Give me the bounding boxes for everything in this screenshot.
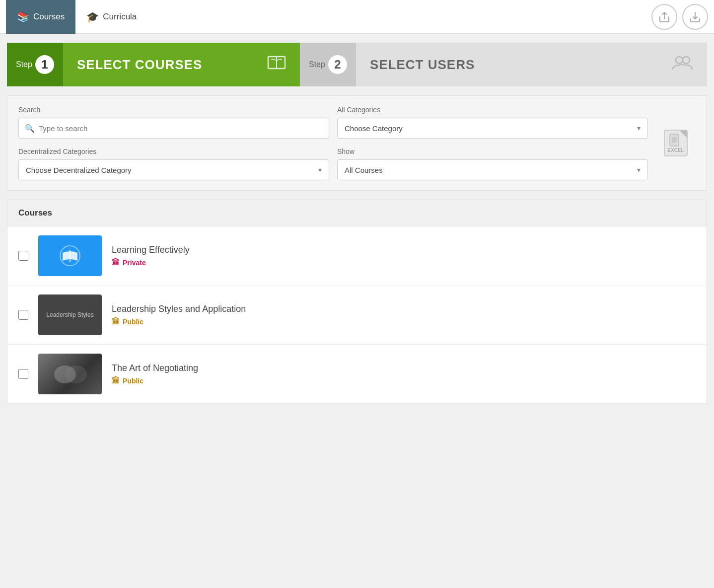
step-2-circle: 2	[328, 55, 347, 74]
step-1-number-box: Step 1	[7, 43, 63, 86]
course-thumb-3	[38, 354, 102, 394]
step-2-title: SELECT USERS	[370, 57, 475, 73]
excel-icon: EXCEL	[664, 130, 688, 156]
step-1-label: Step	[16, 60, 32, 69]
search-label: Search	[18, 106, 329, 114]
categories-label: All Categories	[337, 106, 648, 114]
step-1-label-box: SELECT COURSES	[63, 43, 300, 86]
filter-grid: Search 🔍 Decentralized Categories Choose…	[18, 106, 696, 180]
top-nav: 📚 Courses 🎓 Curricula	[0, 0, 714, 34]
course-status-label-1: Private	[123, 259, 146, 267]
svg-point-12	[65, 366, 87, 383]
courses-tab-label: Courses	[33, 12, 65, 22]
category-placeholder: Choose Category	[345, 124, 403, 133]
category-select[interactable]: Choose Category ▾	[337, 118, 648, 139]
download-icon	[689, 10, 702, 23]
decentralized-chevron-icon: ▾	[318, 166, 322, 174]
course-info-3: The Art of Negotiating 🏛 Public	[112, 363, 696, 385]
table-row: The Art of Negotiating 🏛 Public	[7, 345, 707, 404]
steps-bar: Step 1 SELECT COURSES Step 2 SELEC	[7, 43, 707, 86]
download-button[interactable]	[682, 4, 708, 30]
show-chevron-icon: ▾	[637, 166, 641, 174]
nav-tab-courses[interactable]: 📚 Courses	[6, 0, 75, 34]
search-input[interactable]	[39, 124, 323, 133]
course-info-2: Leadership Styles and Application 🏛 Publ…	[112, 304, 696, 326]
show-placeholder: All Courses	[345, 166, 383, 174]
step-1[interactable]: Step 1 SELECT COURSES	[7, 43, 300, 86]
courses-header: Courses	[7, 200, 707, 226]
course-thumb-2: Leadership Styles	[38, 294, 102, 335]
course-status-1: 🏛 Private	[112, 258, 696, 267]
step-2-number-box: Step 2	[300, 43, 356, 86]
courses-tab-icon: 📚	[17, 11, 29, 23]
step-1-icon	[267, 55, 286, 74]
svg-point-5	[683, 57, 690, 64]
search-icon: 🔍	[25, 124, 35, 133]
course-status-3: 🏛 Public	[112, 376, 696, 385]
public-icon-2: 🏛	[112, 317, 120, 326]
curricula-tab-label: Curricula	[103, 12, 137, 22]
course-status-2: 🏛 Public	[112, 317, 696, 326]
step-1-circle: 1	[35, 55, 54, 74]
course-checkbox-2[interactable]	[18, 310, 28, 320]
category-col: All Categories Choose Category ▾ Show Al…	[337, 106, 656, 180]
excel-file-icon	[669, 133, 683, 147]
decentralized-placeholder: Choose Decentralized Category	[26, 166, 132, 174]
course-checkbox-1[interactable]	[18, 251, 28, 261]
svg-point-4	[676, 57, 683, 64]
search-input-wrap[interactable]: 🔍	[18, 118, 329, 139]
course-status-label-3: Public	[123, 377, 143, 385]
decentralized-select[interactable]: Choose Decentralized Category ▾	[18, 159, 329, 180]
filter-section: Search 🔍 Decentralized Categories Choose…	[7, 95, 707, 191]
category-chevron-icon: ▾	[637, 124, 641, 132]
private-icon: 🏛	[112, 258, 120, 267]
public-icon-3: 🏛	[112, 376, 120, 385]
show-label: Show	[337, 147, 648, 155]
share-button[interactable]	[651, 4, 677, 30]
excel-col: EXCEL	[656, 106, 696, 180]
courses-section: Courses Learning Effectively 🏛 Private L…	[7, 200, 707, 404]
course-title-1: Learning Effectively	[112, 245, 696, 255]
excel-button[interactable]: EXCEL	[664, 130, 688, 156]
share-icon	[658, 10, 671, 23]
table-row: Learning Effectively 🏛 Private	[7, 226, 707, 286]
nav-tab-curricula[interactable]: 🎓 Curricula	[75, 0, 147, 34]
course-checkbox-3[interactable]	[18, 369, 28, 379]
show-select[interactable]: All Courses ▾	[337, 159, 648, 180]
course-thumb-1	[38, 235, 102, 276]
step-2-label-box: SELECT USERS	[356, 43, 707, 86]
search-col: Search 🔍 Decentralized Categories Choose…	[18, 106, 337, 180]
excel-label: EXCEL	[667, 147, 684, 153]
course-title-2: Leadership Styles and Application	[112, 304, 696, 314]
course-title-3: The Art of Negotiating	[112, 363, 696, 373]
nav-actions	[651, 4, 708, 30]
course-thumb-book-icon	[56, 244, 84, 268]
table-row: Leadership Styles Leadership Styles and …	[7, 286, 707, 345]
course-thumb-text-2: Leadership Styles	[46, 311, 93, 318]
curricula-tab-icon: 🎓	[86, 11, 99, 23]
step-2[interactable]: Step 2 SELECT USERS	[300, 43, 707, 86]
step-2-icon	[671, 54, 693, 75]
step-2-label-text: Step	[309, 60, 325, 69]
step-1-title: SELECT COURSES	[77, 57, 202, 73]
course-status-label-2: Public	[123, 318, 143, 326]
course-thumb-photo-icon	[50, 361, 90, 388]
course-info-1: Learning Effectively 🏛 Private	[112, 245, 696, 267]
decentralized-label: Decentralized Categories	[18, 147, 329, 155]
